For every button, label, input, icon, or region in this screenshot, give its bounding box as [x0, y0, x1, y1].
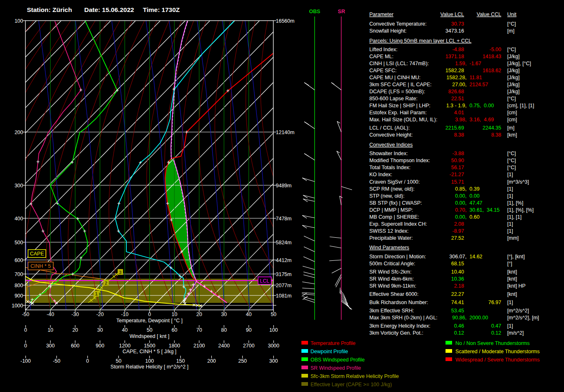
- svg-text:100: 100: [14, 18, 23, 24]
- svg-text:Bulk Richardson Number:: Bulk Richardson Number:: [370, 300, 428, 305]
- svg-text:0: 0: [24, 343, 27, 349]
- svg-text:Convective Temperature:: Convective Temperature:: [370, 21, 427, 27]
- svg-text:40: 40: [122, 327, 128, 333]
- svg-text:-30: -30: [71, 312, 79, 317]
- svg-text:27.00,: 27.00,: [452, 82, 467, 87]
- svg-text:[knt] HP: [knt] HP: [507, 283, 526, 289]
- svg-text:600: 600: [14, 257, 23, 263]
- svg-text:2244.35: 2244.35: [483, 125, 501, 131]
- svg-text:0.60: 0.60: [469, 214, 479, 220]
- svg-text:SR: SR: [338, 9, 345, 14]
- svg-text:Precipitable Water:: Precipitable Water:: [370, 235, 413, 241]
- svg-text:Craven SigSvr / 1000:: Craven SigSvr / 1000:: [370, 179, 420, 185]
- svg-text:200: 200: [207, 358, 216, 364]
- svg-text:Unit: Unit: [507, 12, 517, 17]
- svg-text:15.71: 15.71: [451, 179, 464, 185]
- svg-text:[°C]: [°C]: [507, 96, 516, 102]
- svg-text:[cm]: [cm]: [507, 110, 517, 116]
- svg-text:10: 10: [47, 327, 53, 333]
- svg-text:[°], [knt]: [°], [knt]: [507, 254, 525, 260]
- svg-text:3175m: 3175m: [276, 272, 291, 277]
- svg-text:1500: 1500: [144, 343, 155, 349]
- svg-text:9489m: 9489m: [276, 183, 291, 189]
- svg-text:MB Comp | SHERBE:: MB Comp | SHERBE:: [370, 214, 419, 220]
- svg-text:3km Vorticity Gen. Pot.:: 3km Vorticity Gen. Pot.:: [370, 330, 424, 336]
- svg-text:80: 80: [221, 327, 227, 333]
- svg-text:1618.62: 1618.62: [483, 68, 501, 73]
- svg-text:LCL / CCL (AGL):: LCL / CCL (AGL):: [370, 125, 410, 131]
- svg-text:1371.18: 1371.18: [446, 54, 464, 59]
- svg-text:1.59,: 1.59,: [455, 61, 467, 66]
- svg-text:3473.16: 3473.16: [446, 28, 464, 34]
- svg-text:5824m: 5824m: [276, 240, 291, 246]
- svg-text:0.70,: 0.70,: [455, 207, 467, 213]
- svg-text:0.12: 0.12: [454, 330, 464, 336]
- svg-text:[1]: [1]: [507, 186, 513, 192]
- svg-text:Value CCL: Value CCL: [476, 12, 501, 17]
- svg-text:2400: 2400: [218, 343, 230, 349]
- svg-text:[m/s^2]: [m/s^2]: [507, 330, 524, 336]
- svg-text:-100: -100: [20, 358, 31, 364]
- svg-text:-20: -20: [96, 312, 104, 317]
- svg-text:FM Hail Size | SHIP | LHP:: FM Hail Size | SHIP | LHP:: [370, 103, 431, 109]
- svg-text:Max 3km SRH (0-2km) | AGL:: Max 3km SRH (0-2km) | AGL:: [370, 315, 438, 321]
- svg-text:LCL: LCL: [260, 278, 270, 284]
- svg-text:Max. Hail Size (OLD, MU, IL):: Max. Hail Size (OLD, MU, IL):: [370, 117, 438, 123]
- svg-text:27.52: 27.52: [451, 235, 464, 241]
- svg-text:Dewpoint Profile: Dewpoint Profile: [310, 349, 348, 354]
- svg-text:Convective Height:: Convective Height:: [370, 132, 413, 138]
- svg-text:11.81: 11.81: [469, 75, 482, 80]
- svg-text:-40: -40: [47, 312, 54, 317]
- svg-text:[cm]: [cm]: [507, 117, 517, 123]
- svg-text:0.75, 0.00: 0.75, 0.00: [469, 103, 494, 109]
- svg-text:-5.00: -5.00: [490, 47, 502, 52]
- svg-text:3km Energy Helicity Index:: 3km Energy Helicity Index:: [370, 323, 431, 329]
- svg-text:2215.69: 2215.69: [446, 125, 464, 131]
- svg-text:[°]: [°]: [507, 261, 512, 267]
- svg-text:Exp. Supercell Index CH:: Exp. Supercell Index CH:: [370, 221, 427, 227]
- svg-text:0: 0: [148, 312, 151, 317]
- svg-text:CAPE, CINH * 5 [ J/kg ]: CAPE, CINH * 5 [ J/kg ]: [123, 349, 177, 354]
- svg-text:68.15: 68.15: [451, 261, 464, 267]
- svg-text:76.97: 76.97: [488, 300, 501, 305]
- svg-text:74.41: 74.41: [451, 300, 464, 305]
- svg-text:[°C]: [°C]: [507, 158, 516, 163]
- svg-text:1582.28: 1582.28: [446, 68, 464, 73]
- svg-text:Storm Direction | Motion:: Storm Direction | Motion:: [370, 254, 426, 260]
- svg-text:3.98,: 3.98,: [455, 117, 467, 123]
- svg-text:-3.88: -3.88: [453, 151, 464, 156]
- svg-text:2100: 2100: [193, 343, 205, 349]
- svg-text:[J/kg]: [J/kg]: [507, 75, 520, 80]
- svg-text:0: 0: [24, 327, 27, 333]
- svg-text:500m Critical Angle:: 500m Critical Angle:: [370, 261, 415, 267]
- svg-text:[m^2/s^2], [m]: [m^2/s^2], [m]: [507, 315, 539, 321]
- svg-text:No / Non Severe Thunderstorms: No / Non Severe Thunderstorms: [455, 340, 530, 346]
- svg-text:22.27: 22.27: [451, 291, 464, 297]
- svg-text:Temperature Profile: Temperature Profile: [310, 340, 355, 346]
- svg-text:14.62: 14.62: [469, 254, 482, 260]
- svg-text:50: 50: [147, 327, 152, 333]
- svg-text:10.40: 10.40: [451, 269, 464, 275]
- svg-text:2.18: 2.18: [454, 283, 464, 289]
- svg-text:[J/kg], [°C]: [J/kg], [°C]: [507, 61, 531, 66]
- svg-text:3km SFC CAPE | IL CAPE:: 3km SFC CAPE | IL CAPE:: [370, 82, 432, 87]
- svg-text:[km]: [km]: [507, 132, 517, 138]
- svg-text:30: 30: [221, 312, 227, 317]
- svg-text:50.90: 50.90: [451, 158, 464, 163]
- svg-text:8.38: 8.38: [454, 132, 464, 138]
- svg-text:2000.00: 2000.00: [469, 315, 488, 321]
- svg-text:0.12: 0.12: [491, 330, 501, 336]
- svg-text:306.07,: 306.07,: [449, 254, 467, 260]
- svg-text:OBS: OBS: [309, 9, 320, 14]
- svg-text:[1]: [1]: [507, 228, 513, 234]
- svg-text:1800: 1800: [168, 343, 180, 349]
- svg-text:[°C]: [°C]: [507, 21, 516, 27]
- svg-text:[knt]: [knt]: [507, 291, 517, 297]
- svg-text:10: 10: [171, 312, 177, 317]
- svg-text:900: 900: [14, 293, 23, 299]
- svg-text:[knt]: [knt]: [507, 276, 517, 282]
- svg-text:1200: 1200: [119, 343, 130, 349]
- svg-text:0.00: 0.00: [469, 193, 479, 199]
- svg-text:1.3 - 1.9,: 1.3 - 1.9,: [446, 103, 467, 109]
- svg-text:100: 100: [145, 358, 154, 364]
